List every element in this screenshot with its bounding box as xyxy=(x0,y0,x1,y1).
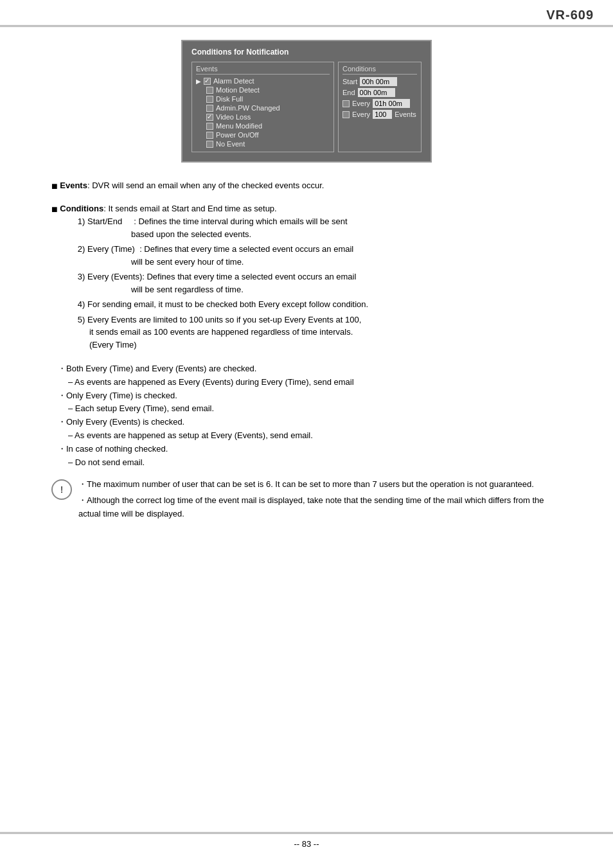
admin-pw-checkbox[interactable] xyxy=(206,105,213,112)
bottom-bar: -- 83 -- xyxy=(0,832,613,849)
events-panel-title: Events xyxy=(196,65,330,75)
motion-detect-checkbox[interactable] xyxy=(206,87,213,94)
power-onoff-label: Power On/Off xyxy=(216,131,258,139)
every-time-value: 01h 00m xyxy=(373,99,410,108)
notice-icon: ! xyxy=(51,479,72,500)
menu-modified-label: Menu Modified xyxy=(216,122,262,130)
every-events-row: Every 100 Events xyxy=(342,110,417,119)
main-content: Conditions for Notification Events ▶ Ala… xyxy=(0,27,613,536)
bullet-list: ・Both Every (Time) and Every (Events) ar… xyxy=(58,362,562,469)
dialog-inner: Events ▶ Alarm Detect Motion Detect xyxy=(191,62,422,152)
bullet-item-3: ・Only Every (Events) is checked. xyxy=(58,416,562,429)
events-description: : DVR will send an email when any of the… xyxy=(87,181,324,190)
bullet-item-4: ・In case of nothing checked. xyxy=(58,443,562,456)
events-section: ■ Events: DVR will send an email when an… xyxy=(51,181,562,192)
every-events-label: Every xyxy=(352,111,370,118)
power-onoff-checkbox[interactable] xyxy=(206,132,213,139)
list-item: Motion Detect xyxy=(196,86,330,94)
no-event-label: No Event xyxy=(216,140,245,148)
every-events-checkbox[interactable] xyxy=(342,111,350,118)
bullet-item-1: ・Both Every (Time) and Every (Events) ar… xyxy=(58,362,562,376)
dialog-box: Conditions for Notification Events ▶ Ala… xyxy=(181,40,432,163)
conditions-heading: ■ Conditions: It sends email at Start an… xyxy=(51,204,562,215)
list-item: 2) Every (Time) : Defines that every tim… xyxy=(71,243,562,268)
bullet-item-4-dash: – Do not send email. xyxy=(68,456,562,470)
bullet-item-1-dash: – As events are happened as Every (Event… xyxy=(68,376,562,389)
dialog-title: Conditions for Notification xyxy=(191,48,422,57)
motion-detect-label: Motion Detect xyxy=(216,86,260,94)
list-item: No Event xyxy=(196,140,330,148)
conditions-panel-title: Conditions xyxy=(342,65,417,75)
no-event-checkbox[interactable] xyxy=(206,141,213,148)
video-loss-checkbox[interactable] xyxy=(206,114,213,121)
end-row: End 00h 00m xyxy=(342,88,417,97)
end-value: 00h 00m xyxy=(358,88,395,97)
list-item: Video Loss xyxy=(196,113,330,121)
conditions-list: 1) Start/End : Defines the time interval… xyxy=(71,215,562,351)
list-item: Admin.PW Changed xyxy=(196,104,330,112)
video-loss-label: Video Loss xyxy=(216,113,251,121)
list-item: Menu Modified xyxy=(196,122,330,130)
admin-pw-label: Admin.PW Changed xyxy=(216,104,280,112)
dialog-wrapper: Conditions for Notification Events ▶ Ala… xyxy=(51,40,562,163)
page-number: -- 83 -- xyxy=(294,839,319,849)
bullet-item-3-dash: – As events are happened as setup at Eve… xyxy=(68,429,562,443)
notice-1: ・The maximum number of user that can be … xyxy=(78,478,562,492)
every-events-value: 100 xyxy=(373,110,392,119)
conditions-panel: Conditions Start 00h 00m End 00h 00m Ev xyxy=(338,62,422,152)
conditions-intro: : It sends email at Start and End time a… xyxy=(103,204,277,213)
end-label: End xyxy=(342,89,355,96)
list-item: 5) Every Events are limited to 100 units… xyxy=(71,314,562,351)
every-time-label: Every xyxy=(352,100,370,107)
notice-2: ・Although the correct log time of the ev… xyxy=(78,494,562,521)
start-label: Start xyxy=(342,78,357,85)
disk-full-checkbox[interactable] xyxy=(206,96,213,103)
list-item: 3) Every (Events): Defines that every ti… xyxy=(71,270,562,296)
bullet-item-2-dash: – Each setup Every (Time), send email. xyxy=(68,402,562,416)
list-item: 1) Start/End : Defines the time interval… xyxy=(71,215,562,240)
start-row: Start 00h 00m xyxy=(342,77,417,86)
menu-modified-checkbox[interactable] xyxy=(206,123,213,130)
conditions-keyword: Conditions xyxy=(60,204,103,213)
alarm-detect-checkbox[interactable] xyxy=(204,78,211,85)
bullet-item-2: ・Only Every (Time) is checked. xyxy=(58,389,562,403)
list-item: ▶ Alarm Detect xyxy=(196,77,330,85)
events-unit-label: Events xyxy=(395,111,416,118)
top-bar: VR-609 xyxy=(0,0,613,27)
events-panel: Events ▶ Alarm Detect Motion Detect xyxy=(191,62,334,152)
disk-full-label: Disk Full xyxy=(216,95,243,103)
every-time-row: Every 01h 00m xyxy=(342,99,417,108)
notice-content: ・The maximum number of user that can be … xyxy=(78,478,562,523)
list-item: Power On/Off xyxy=(196,131,330,139)
arrow-icon: ▶ xyxy=(196,78,201,85)
list-item: Disk Full xyxy=(196,95,330,103)
alarm-detect-label: Alarm Detect xyxy=(213,77,254,85)
list-item: 4) For sending email, it must to be chec… xyxy=(71,298,562,311)
start-value: 00h 00m xyxy=(360,77,397,86)
events-text: ■ Events: DVR will send an email when an… xyxy=(51,181,562,192)
events-keyword: Events xyxy=(60,181,87,190)
notice-box: ! ・The maximum number of user that can b… xyxy=(51,478,562,523)
conditions-section: ■ Conditions: It sends email at Start an… xyxy=(51,204,562,351)
every-time-checkbox[interactable] xyxy=(342,100,350,107)
product-title: VR-609 xyxy=(546,8,594,22)
